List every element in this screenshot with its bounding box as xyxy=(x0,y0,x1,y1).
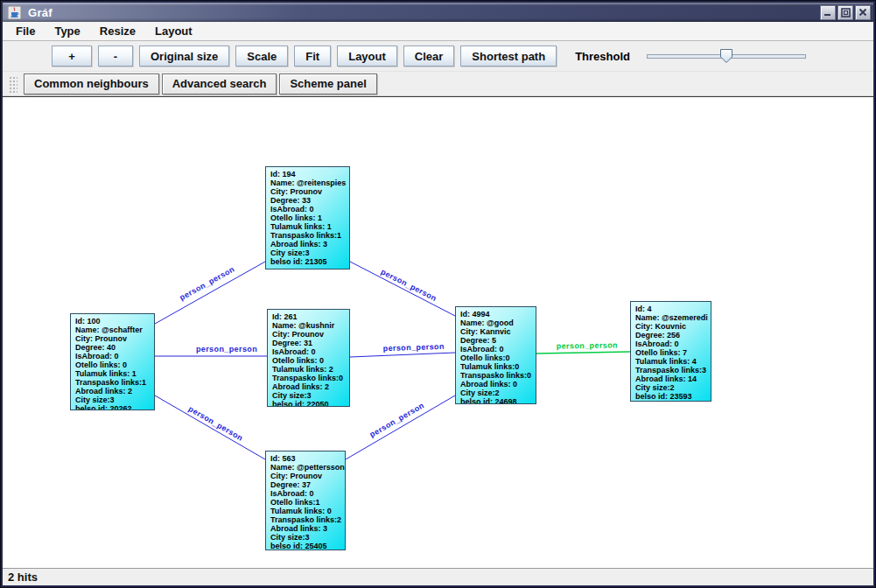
node-line: City: Kannvic xyxy=(460,327,536,336)
close-button[interactable] xyxy=(855,5,871,20)
zoom-out-button[interactable]: - xyxy=(98,46,133,66)
node-line: Otello links:1 xyxy=(270,498,345,507)
node-line: City size:3 xyxy=(270,533,345,542)
node-line: Name: @good xyxy=(460,318,536,327)
node-line: Degree: 33 xyxy=(270,196,349,205)
node-line: Name: @szemeredi xyxy=(635,313,711,322)
edge-563-4994 xyxy=(346,396,455,459)
edge-4994-4 xyxy=(536,352,630,354)
app-window: Gráf File Type Resize Layout + - Origina… xyxy=(0,0,876,588)
minimize-icon xyxy=(823,8,832,17)
node-line: Degree: 5 xyxy=(460,336,536,345)
node-line: Abroad links: 2 xyxy=(75,387,154,396)
node-line: Id: 563 xyxy=(270,454,345,463)
node-line: Otello links: 0 xyxy=(75,360,154,369)
node-line: belso id: 23593 xyxy=(635,392,711,401)
node-line: City: Kouvnic xyxy=(635,322,711,331)
titlebar[interactable]: Gráf xyxy=(3,3,873,22)
node-line: City size:3 xyxy=(272,391,349,400)
node-line: Abroad links: 14 xyxy=(635,374,711,383)
menu-file[interactable]: File xyxy=(6,23,45,39)
graph-canvas[interactable]: person_person person_person person_perso… xyxy=(3,96,873,568)
node-line: Tulamuk links: 0 xyxy=(270,507,345,515)
original-size-button[interactable]: Original size xyxy=(139,46,229,66)
node-line: IsAbroad: 0 xyxy=(272,347,349,356)
graph-node-4994[interactable]: Id: 4994 Name: @good City: Kannvic Degre… xyxy=(455,306,536,404)
threshold-label: Threshold xyxy=(575,50,630,63)
node-line: Transpasko links:2 xyxy=(270,515,345,524)
edge-label: person_person xyxy=(196,345,257,354)
toolbar-grip-icon[interactable] xyxy=(8,75,18,93)
graph-node-194[interactable]: Id: 194 Name: @reitenspies City: Prounov… xyxy=(265,166,350,270)
node-line: IsAbroad: 0 xyxy=(75,352,154,360)
graph-node-4[interactable]: Id: 4 Name: @szemeredi City: Kouvnic Deg… xyxy=(630,301,711,402)
node-line: Name: @schaffter xyxy=(75,326,154,334)
statusbar: 2 hits xyxy=(3,568,873,585)
node-line: Transpasko links:1 xyxy=(270,231,349,240)
node-line: belso id: 21305 xyxy=(270,257,349,266)
node-line: Degree: 37 xyxy=(270,480,345,489)
node-line: Transpasko links:0 xyxy=(460,371,536,380)
node-line: IsAbroad: 0 xyxy=(460,345,536,354)
graph-node-563[interactable]: Id: 563 Name: @pettersson City: Prounov … xyxy=(265,451,346,550)
menubar: File Type Resize Layout xyxy=(3,22,873,41)
node-line: City size:2 xyxy=(635,383,711,392)
node-line: belso id: 24698 xyxy=(460,397,536,404)
clear-button[interactable]: Clear xyxy=(403,46,455,66)
maximize-icon xyxy=(841,8,851,18)
node-line: belso id: 20262 xyxy=(75,404,154,410)
scale-button[interactable]: Scale xyxy=(235,46,288,66)
edge-194-4994 xyxy=(350,262,455,316)
layout-button[interactable]: Layout xyxy=(337,46,397,66)
window-title: Gráf xyxy=(28,6,53,19)
menu-resize[interactable]: Resize xyxy=(90,23,145,39)
node-line: Tulamuk links:0 xyxy=(460,362,536,371)
common-neighbours-button[interactable]: Common neighbours xyxy=(24,74,159,94)
node-line: City: Prounov xyxy=(270,187,349,196)
node-line: Otello links: 0 xyxy=(272,356,349,365)
node-line: Abroad links: 3 xyxy=(270,240,349,248)
edge-100-194 xyxy=(155,262,265,324)
maximize-button[interactable] xyxy=(837,5,853,20)
node-line: Otello links: 7 xyxy=(635,348,711,357)
node-line: Degree: 31 xyxy=(272,339,349,347)
node-line: Abroad links: 2 xyxy=(272,382,349,391)
node-line: Name: @kushnir xyxy=(272,321,349,330)
node-line: Transpasko links:0 xyxy=(272,374,349,382)
scheme-panel-button[interactable]: Scheme panel xyxy=(279,74,376,94)
node-line: Name: @reitenspies xyxy=(270,178,349,187)
node-line: City size:3 xyxy=(270,248,349,257)
node-line: belso id: 22050 xyxy=(272,400,349,407)
window-controls xyxy=(820,5,871,20)
menu-layout[interactable]: Layout xyxy=(145,23,202,39)
java-icon xyxy=(8,6,21,19)
advanced-search-button[interactable]: Advanced search xyxy=(162,74,277,94)
node-line: IsAbroad: 0 xyxy=(270,489,345,498)
shortest-path-button[interactable]: Shortest path xyxy=(460,46,557,66)
node-line: Tulamuk links: 1 xyxy=(75,369,154,378)
zoom-in-button[interactable]: + xyxy=(52,46,92,66)
node-line: belso id: 25405 xyxy=(270,542,345,550)
panel-toolbar: Common neighbours Advanced search Scheme… xyxy=(3,72,873,96)
node-line: City size:2 xyxy=(460,388,536,397)
status-text: 2 hits xyxy=(8,570,38,584)
node-line: Degree: 256 xyxy=(635,331,711,340)
minimize-button[interactable] xyxy=(820,5,836,20)
node-line: Otello links: 1 xyxy=(270,214,349,222)
fit-button[interactable]: Fit xyxy=(294,46,331,66)
node-line: Id: 4 xyxy=(635,304,711,313)
menu-type[interactable]: Type xyxy=(45,23,89,39)
node-line: Id: 261 xyxy=(272,312,349,321)
node-line: Otello links:0 xyxy=(460,354,536,362)
node-line: Tulamuk links: 4 xyxy=(635,357,711,366)
node-line: Transpasko links:3 xyxy=(635,366,711,374)
threshold-slider[interactable] xyxy=(647,47,806,65)
graph-node-261[interactable]: Id: 261 Name: @kushnir City: Prounov Deg… xyxy=(267,309,350,407)
edge-label: person_person xyxy=(557,340,618,350)
node-line: Tulamuk links: 2 xyxy=(272,365,349,374)
node-line: Id: 194 xyxy=(270,170,349,178)
threshold-slider-thumb[interactable] xyxy=(719,48,733,64)
graph-node-100[interactable]: Id: 100 Name: @schaffter City: Prounov D… xyxy=(70,313,155,410)
main-toolbar: + - Original size Scale Fit Layout Clear… xyxy=(3,41,873,72)
edge-100-563 xyxy=(155,396,265,459)
